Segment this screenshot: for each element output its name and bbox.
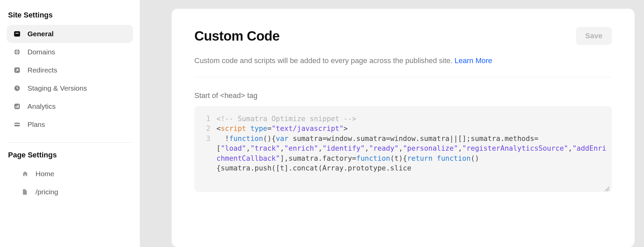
site-settings-heading: Site Settings [8, 11, 133, 19]
svg-rect-7 [17, 105, 17, 108]
sidebar-item-general[interactable]: General [7, 25, 133, 43]
card-description: Custom code and scripts will be added to… [194, 55, 612, 66]
page-item-home[interactable]: Home [7, 165, 133, 183]
code-gutter: 123 [200, 114, 216, 188]
svg-rect-6 [15, 106, 16, 108]
sidebar-item-label: Redirects [27, 66, 57, 74]
page-title: Custom Code [194, 29, 280, 44]
redirect-icon [13, 66, 21, 75]
site-settings-list: General Domains Redirects Staging & Vers… [7, 25, 133, 134]
page-settings-list: Home /pricing [7, 165, 133, 201]
sidebar-item-domains[interactable]: Domains [7, 43, 133, 61]
sidebar-item-staging-versions[interactable]: Staging & Versions [7, 79, 133, 97]
save-button[interactable]: Save [576, 27, 612, 45]
svg-rect-10 [14, 124, 20, 125]
sidebar-item-label: General [27, 30, 54, 38]
svg-rect-0 [14, 31, 20, 37]
sidebar-item-redirects[interactable]: Redirects [7, 61, 133, 79]
page-item-pricing[interactable]: /pricing [7, 183, 133, 201]
page-item-label: /pricing [36, 188, 58, 196]
sidebar: Site Settings General Domains Redirects … [0, 0, 140, 247]
sidebar-item-label: Staging & Versions [27, 84, 87, 92]
page-settings-heading: Page Settings [8, 151, 133, 159]
card-divider [194, 77, 612, 77]
custom-code-card: Custom Code Save Custom code and scripts… [172, 9, 635, 247]
sidebar-item-label: Analytics [27, 102, 56, 110]
card-header: Custom Code Save [194, 27, 612, 45]
resize-handle-icon[interactable] [604, 185, 610, 191]
globe-icon [13, 48, 21, 56]
page-item-label: Home [36, 170, 54, 178]
main-area: Custom Code Save Custom code and scripts… [140, 0, 644, 247]
card-icon [13, 120, 21, 129]
analytics-icon [13, 102, 21, 111]
code-editor[interactable]: 123 <!-- Sumatra Optimize snippet --><sc… [194, 106, 612, 192]
code-body[interactable]: <!-- Sumatra Optimize snippet --><script… [216, 114, 606, 188]
general-icon [13, 30, 21, 38]
clock-icon [13, 84, 21, 93]
sidebar-item-label: Plans [27, 120, 45, 129]
description-text: Custom code and scripts will be added to… [194, 56, 455, 65]
file-icon [21, 188, 29, 196]
svg-rect-8 [18, 105, 19, 108]
sidebar-item-plans[interactable]: Plans [7, 115, 133, 134]
sidebar-item-label: Domains [27, 48, 55, 56]
sidebar-divider [7, 142, 133, 143]
home-icon [21, 169, 29, 178]
head-tag-field-label: Start of <head> tag [194, 91, 612, 100]
sidebar-item-analytics[interactable]: Analytics [7, 97, 133, 115]
learn-more-link[interactable]: Learn More [455, 56, 493, 65]
svg-rect-1 [15, 33, 19, 34]
